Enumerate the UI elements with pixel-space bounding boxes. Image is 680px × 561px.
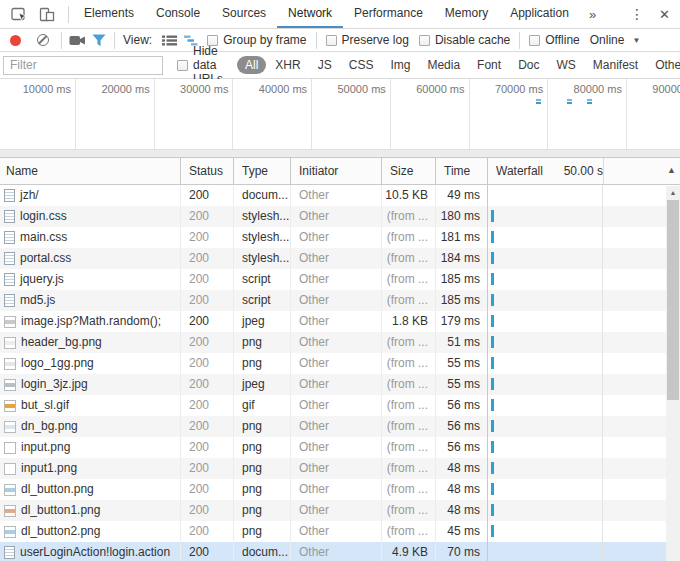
record-button[interactable] [10, 35, 21, 46]
overview-activity-mark [536, 99, 541, 105]
filter-pill-css[interactable]: CSS [341, 56, 382, 74]
offline-checkbox[interactable]: Offline [529, 33, 579, 47]
table-row[interactable]: portal.css200stylesh...Other(from ...184… [0, 248, 680, 269]
scrollbar-up-arrow[interactable]: ▲ [666, 186, 680, 199]
table-row[interactable]: dl_button.png200pngOther(from ...48 ms [0, 479, 680, 500]
column-header-size[interactable]: Size [382, 158, 436, 184]
cell-size: 4.9 KB [382, 542, 436, 561]
cell-waterfall [488, 227, 680, 248]
cell-time: 180 ms [436, 206, 488, 227]
timeline-overview[interactable]: 10000 ms20000 ms30000 ms40000 ms50000 ms… [0, 79, 680, 149]
cell-time: 48 ms [436, 500, 488, 521]
cell-size: (from ... [382, 416, 436, 437]
more-tabs-button[interactable]: » [580, 7, 605, 22]
table-row[interactable]: image.jsp?Math.random();200jpegOther1.8 … [0, 311, 680, 332]
table-row[interactable]: userLoginAction!login.action200docum...O… [0, 542, 680, 561]
cell-status: 200 [181, 437, 234, 458]
cell-size: (from ... [382, 479, 436, 500]
column-header-time[interactable]: Time [436, 158, 488, 184]
request-name: input.png [21, 437, 70, 458]
table-row[interactable]: dn_bg.png200pngOther(from ...56 ms [0, 416, 680, 437]
image-preview-icon [4, 526, 16, 538]
filter-pill-media[interactable]: Media [419, 56, 468, 74]
cell-time: 181 ms [436, 227, 488, 248]
cell-name: but_sl.gif [0, 395, 181, 416]
filter-pill-img[interactable]: Img [382, 56, 418, 74]
sort-indicator-icon[interactable]: ▲ [667, 165, 676, 175]
waterfall-bar [491, 483, 494, 495]
preserve-log-checkbox[interactable]: Preserve log [326, 33, 409, 47]
cell-time: 185 ms [436, 290, 488, 311]
tab-memory[interactable]: Memory [434, 0, 499, 28]
table-row[interactable]: logo_1gg.png200pngOther(from ...55 ms [0, 353, 680, 374]
tab-application[interactable]: Application [499, 0, 580, 28]
column-header-waterfall[interactable]: Waterfall50.00 s▲ [488, 158, 680, 184]
device-toolbar-icon[interactable] [36, 3, 58, 25]
checkbox-box[interactable] [419, 35, 430, 46]
cell-name: login_3jz.jpg [0, 374, 181, 395]
table-row[interactable]: login.css200stylesh...Other(from ...180 … [0, 206, 680, 227]
table-row[interactable]: jquery.js200scriptOther(from ...185 ms [0, 269, 680, 290]
image-preview-icon [4, 316, 16, 328]
table-row[interactable]: main.css200stylesh...Other(from ...181 m… [0, 227, 680, 248]
disable-cache-checkbox[interactable]: Disable cache [419, 33, 510, 47]
cell-time: 48 ms [436, 458, 488, 479]
cell-waterfall [488, 542, 680, 561]
table-row[interactable]: dl_button1.png200pngOther(from ...48 ms [0, 500, 680, 521]
cell-type: docum... [234, 542, 291, 561]
request-name: userLoginAction!login.action [20, 542, 170, 561]
table-row[interactable]: input.png200pngOther(from ...56 ms [0, 437, 680, 458]
capture-screenshots-icon[interactable] [66, 29, 88, 51]
table-row[interactable]: jzh/200docum...Other10.5 KB49 ms [0, 185, 680, 206]
filter-pill-js[interactable]: JS [310, 56, 340, 74]
filter-input[interactable] [3, 56, 163, 75]
overview-tick-label: 80000 ms [536, 83, 622, 95]
table-row[interactable]: but_sl.gif200gifOther(from ...56 ms [0, 395, 680, 416]
tab-console[interactable]: Console [145, 0, 211, 28]
table-row[interactable]: header_bg.png200pngOther(from ...51 ms [0, 332, 680, 353]
overflow-menu-icon[interactable]: ⋮ [630, 6, 643, 22]
filter-pill-manifest[interactable]: Manifest [585, 56, 646, 74]
overview-resize-strip[interactable] [0, 149, 680, 158]
divider [316, 32, 317, 49]
clear-requests-icon[interactable] [37, 34, 49, 46]
filter-pill-xhr[interactable]: XHR [267, 56, 308, 74]
table-row[interactable]: md5.js200scriptOther(from ...185 ms [0, 290, 680, 311]
vertical-scrollbar[interactable]: ▲ [666, 186, 680, 561]
cell-status: 200 [181, 521, 234, 542]
filter-funnel-icon[interactable] [88, 29, 110, 51]
filter-pill-doc[interactable]: Doc [510, 56, 547, 74]
waterfall-bar [491, 378, 494, 390]
filter-pill-all[interactable]: All [237, 56, 266, 74]
filter-pill-font[interactable]: Font [469, 56, 509, 74]
tab-sources[interactable]: Sources [211, 0, 277, 28]
checkbox-box[interactable] [177, 60, 188, 71]
throttling-dropdown[interactable]: Online ▼ [590, 33, 641, 47]
column-header-initiator[interactable]: Initiator [291, 158, 382, 184]
tab-network[interactable]: Network [277, 0, 343, 28]
inspect-element-icon[interactable] [8, 3, 30, 25]
cell-name: main.css [0, 227, 181, 248]
cell-size: (from ... [382, 521, 436, 542]
scrollbar-thumb[interactable] [667, 200, 679, 400]
tab-elements[interactable]: Elements [73, 0, 145, 28]
image-preview-icon [4, 337, 16, 349]
document-icon [4, 546, 15, 559]
filter-pill-ws[interactable]: WS [548, 56, 583, 74]
cell-initiator: Other [291, 290, 382, 311]
column-header-status[interactable]: Status [181, 158, 234, 184]
table-row[interactable]: input1.png200pngOther(from ...48 ms [0, 458, 680, 479]
filter-pill-other[interactable]: Other [647, 56, 680, 74]
column-header-type[interactable]: Type [234, 158, 291, 184]
table-row[interactable]: login_3jz.jpg200jpegOther(from ...55 ms [0, 374, 680, 395]
close-devtools-icon[interactable]: ✕ [659, 7, 670, 22]
overview-tick-label: 20000 ms [64, 83, 150, 95]
table-row[interactable]: dl_button2.png200pngOther(from ...45 ms [0, 521, 680, 542]
column-header-name[interactable]: Name [0, 158, 181, 184]
tab-performance[interactable]: Performance [343, 0, 434, 28]
checkbox-box[interactable] [326, 35, 337, 46]
cell-size: (from ... [382, 353, 436, 374]
cell-status: 200 [181, 311, 234, 332]
waterfall-scale-label: 50.00 s [564, 158, 603, 184]
checkbox-box[interactable] [529, 35, 540, 46]
